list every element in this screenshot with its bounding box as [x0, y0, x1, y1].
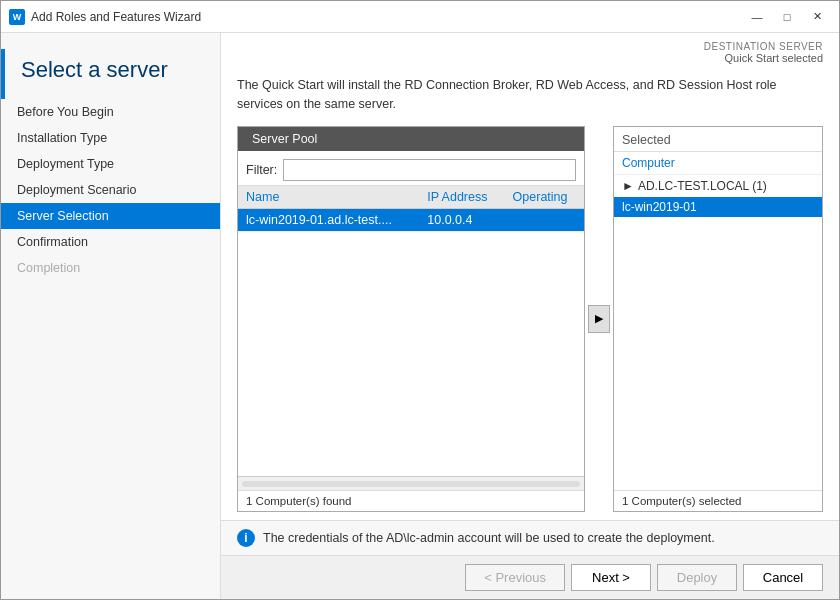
- selected-panel: Selected Computer ► AD.LC-TEST.LOCAL (1)…: [613, 126, 823, 513]
- titlebar: W Add Roles and Features Wizard — □ ✕: [1, 1, 839, 33]
- add-server-button[interactable]: ▶: [588, 305, 610, 333]
- minimize-button[interactable]: —: [743, 7, 771, 27]
- sidebar-item-completion: Completion: [1, 255, 220, 281]
- table-row[interactable]: lc-win2019-01.ad.lc-test.... 10.0.0.4: [238, 208, 584, 231]
- main-panel: DESTINATION SERVER Quick Start selected …: [221, 33, 839, 599]
- expand-icon: ►: [622, 179, 634, 193]
- arrow-area: ▶: [585, 126, 613, 513]
- server-table: Name IP Address Operating lc-win2019-01.…: [238, 186, 584, 477]
- cell-name: lc-win2019-01.ad.lc-test....: [238, 208, 419, 231]
- sidebar: Select a server Before You Begin Install…: [1, 33, 221, 599]
- previous-button[interactable]: < Previous: [465, 564, 565, 591]
- destination-server-label: DESTINATION SERVER: [237, 41, 823, 52]
- main-content: The Quick Start will install the RD Conn…: [221, 68, 839, 520]
- server-area: Server Pool Filter: Name IP: [237, 126, 823, 513]
- sidebar-item-deployment-scenario[interactable]: Deployment Scenario: [1, 177, 220, 203]
- sidebar-item-server-selection[interactable]: Server Selection: [1, 203, 220, 229]
- page-title: Select a server: [1, 49, 220, 99]
- cell-ip: 10.0.0.4: [419, 208, 504, 231]
- wizard-body: Select a server Before You Begin Install…: [1, 33, 839, 599]
- close-button[interactable]: ✕: [803, 7, 831, 27]
- cancel-button[interactable]: Cancel: [743, 564, 823, 591]
- destination-server: DESTINATION SERVER Quick Start selected: [221, 33, 839, 68]
- selected-footer: 1 Computer(s) selected: [614, 490, 822, 511]
- window-title: Add Roles and Features Wizard: [31, 10, 743, 24]
- col-os[interactable]: Operating: [505, 186, 584, 209]
- sidebar-item-installation-type[interactable]: Installation Type: [1, 125, 220, 151]
- destination-server-value: Quick Start selected: [237, 52, 823, 64]
- info-bar: i The credentials of the AD\lc-admin acc…: [221, 520, 839, 555]
- cell-os: [505, 208, 584, 231]
- filter-row: Filter:: [238, 151, 584, 186]
- found-label: 1 Computer(s) found: [238, 490, 584, 511]
- sidebar-item-before-you-begin[interactable]: Before You Begin: [1, 99, 220, 125]
- selected-group: ► AD.LC-TEST.LOCAL (1): [614, 175, 822, 197]
- group-label: AD.LC-TEST.LOCAL (1): [638, 179, 767, 193]
- computer-column: Computer: [614, 152, 822, 175]
- maximize-button[interactable]: □: [773, 7, 801, 27]
- next-button[interactable]: Next >: [571, 564, 651, 591]
- footer: < Previous Next > Deploy Cancel: [221, 555, 839, 599]
- filter-input[interactable]: [283, 159, 576, 181]
- col-name[interactable]: Name: [238, 186, 419, 209]
- col-ip[interactable]: IP Address: [419, 186, 504, 209]
- app-icon: W: [9, 9, 25, 25]
- server-list-table: Name IP Address Operating lc-win2019-01.…: [238, 186, 584, 232]
- selected-header: Selected: [614, 127, 822, 152]
- description-text: The Quick Start will install the RD Conn…: [237, 76, 823, 114]
- info-message: The credentials of the AD\lc-admin accou…: [263, 531, 715, 545]
- server-pool-tab[interactable]: Server Pool: [238, 127, 331, 151]
- sidebar-item-deployment-type[interactable]: Deployment Type: [1, 151, 220, 177]
- server-pool-panel: Server Pool Filter: Name IP: [237, 126, 585, 513]
- info-icon: i: [237, 529, 255, 547]
- scrollbar-track: [242, 481, 580, 487]
- window-controls: — □ ✕: [743, 7, 831, 27]
- horizontal-scrollbar[interactable]: [238, 476, 584, 490]
- wizard-window: W Add Roles and Features Wizard — □ ✕ Se…: [0, 0, 840, 600]
- selected-server[interactable]: lc-win2019-01: [614, 197, 822, 217]
- sidebar-item-confirmation[interactable]: Confirmation: [1, 229, 220, 255]
- filter-label: Filter:: [246, 163, 277, 177]
- deploy-button[interactable]: Deploy: [657, 564, 737, 591]
- selected-spacer: [614, 217, 822, 491]
